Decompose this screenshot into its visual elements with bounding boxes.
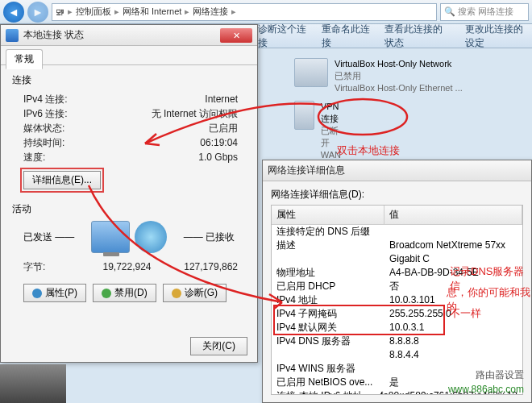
globe-icon (135, 221, 167, 253)
list-item[interactable]: 已启用 DHCP否 (272, 280, 522, 293)
section-connection: 连接 (12, 73, 246, 87)
bytes-received: 127,179,862 (169, 260, 246, 274)
sent-label: 已发送 —— (23, 231, 74, 244)
list-item[interactable]: IPv4 子网掩码255.255.255.0 (272, 307, 522, 321)
close-button[interactable]: ✕ (220, 28, 252, 43)
taskbar-thumbnail (0, 364, 66, 403)
address-bar[interactable]: 🖳 ▸ 控制面板 ▸ 网络和 Internet ▸ 网络连接 ▸ (52, 3, 437, 21)
details-label: 网络连接详细信息(D): (271, 188, 523, 202)
nav-back-icon[interactable]: ◄ (3, 2, 24, 23)
breadcrumb[interactable]: 网络连接 (193, 6, 228, 18)
tab-strip: 常规 (1, 46, 257, 65)
bytes-sent: 19,722,924 (93, 260, 169, 274)
toolbar-rename[interactable]: 重命名此连接 (322, 23, 372, 50)
toolbar-changeset[interactable]: 更改此连接的设定 (465, 23, 532, 50)
nav-forward-icon[interactable]: ► (27, 2, 48, 23)
tab-general[interactable]: 常规 (6, 49, 43, 69)
list-item[interactable]: IPv4 地址10.0.3.101 (272, 293, 522, 307)
list-item[interactable]: 连接特定的 DNS 后缀 (272, 225, 522, 239)
section-activity: 活动 (12, 202, 246, 216)
connection-status-dialog: 本地连接 状态 ✕ 常规 连接 IPv4 连接:Internet IPv6 连接… (0, 24, 258, 363)
shield-icon (102, 289, 111, 298)
list-item[interactable]: 描述Broadcom NetXtreme 57xx Gigabit C (272, 239, 522, 266)
list-item[interactable]: IPv4 默认网关10.0.3.1 (272, 321, 522, 334)
list-item[interactable]: 8.8.4.4 (272, 348, 522, 362)
dialog-title: 本地连接 状态 (23, 28, 84, 42)
search-input[interactable]: 🔍 搜索 网络连接 (440, 3, 529, 21)
properties-button[interactable]: 属性(P) (23, 284, 86, 302)
network-adapter-icon (294, 58, 328, 87)
toolbar-diagnose[interactable]: 诊断这个连接 (258, 23, 309, 50)
list-header: 属性 值 (272, 206, 522, 225)
explorer-address-bar: ◄ ► 🖳 ▸ 控制面板 ▸ 网络和 Internet ▸ 网络连接 ▸ 🔍 搜… (0, 0, 532, 24)
toolbar-viewstatus[interactable]: 查看此连接的状态 (384, 23, 451, 50)
computer-icon (91, 221, 130, 253)
shield-icon (172, 289, 181, 298)
list-item[interactable]: IPv4 DNS 服务器8.8.8.8 (272, 334, 522, 348)
network-adapter-icon (294, 101, 314, 130)
watermark-url: www.886abc.com (448, 384, 524, 395)
details-button[interactable]: 详细信息(E)... (23, 171, 101, 189)
list-item[interactable]: 物理地址A4-BA-DB-9D-34-5E (272, 266, 522, 280)
computer-icon: 🖳 (56, 7, 64, 17)
breadcrumb[interactable]: 网络和 Internet (123, 6, 181, 18)
recv-label: —— 已接收 (184, 231, 235, 244)
breadcrumb[interactable]: 控制面板 (76, 6, 111, 18)
network-icon (6, 29, 19, 42)
dialog-titlebar[interactable]: 网络连接详细信息 (263, 160, 531, 181)
details-list[interactable]: 属性 值 连接特定的 DNS 后缀描述Broadcom NetXtreme 57… (271, 205, 523, 395)
disable-button[interactable]: 禁用(D) (93, 284, 156, 302)
search-icon: 🔍 (444, 6, 455, 17)
dialog-titlebar[interactable]: 本地连接 状态 ✕ (1, 25, 257, 46)
dialog-title: 网络连接详细信息 (268, 164, 345, 177)
diagnose-button[interactable]: 诊断(G) (163, 284, 227, 302)
connection-item[interactable]: VirtualBox Host-Only Network 已禁用 Virtual… (294, 58, 480, 94)
connection-details-dialog: 网络连接详细信息 网络连接详细信息(D): 属性 值 连接特定的 DNS 后缀描… (262, 160, 532, 403)
shield-icon (32, 289, 42, 298)
close-button[interactable]: 关闭(C) (190, 337, 247, 355)
watermark-text: 路由器设置 (476, 368, 524, 382)
